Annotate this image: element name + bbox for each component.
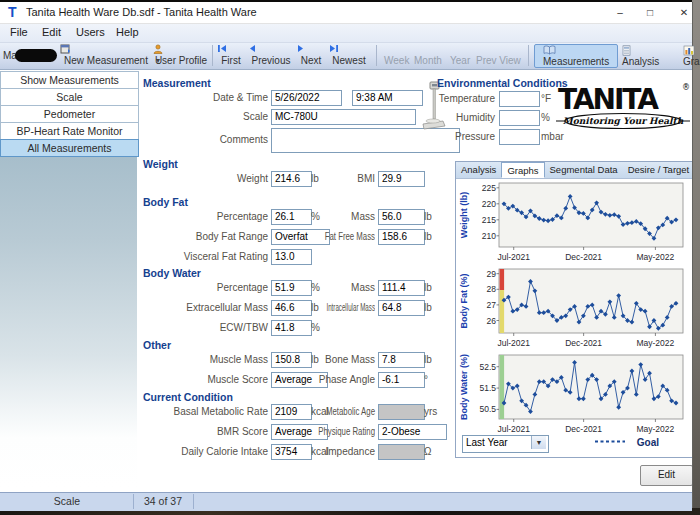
- intracellular-mass-input[interactable]: 64.8: [378, 300, 425, 316]
- svg-text:27: 27: [487, 300, 497, 310]
- time-input[interactable]: 9:38 AM: [352, 90, 423, 106]
- sidebar-header-show-measurements: Show Measurements: [0, 71, 139, 89]
- analysis-icon: [622, 45, 659, 56]
- minimize-button[interactable]: –: [608, 4, 632, 21]
- year-button[interactable]: Year: [450, 55, 470, 66]
- impedance-unit: Ω: [424, 446, 431, 457]
- svg-text:Jul-2021: Jul-2021: [497, 338, 530, 348]
- date-time-label: Date & Time: [140, 92, 268, 103]
- bmr-score-label: BMR Score: [140, 426, 268, 437]
- physique-rating-label: Physique Rating: [275, 426, 375, 437]
- impedance-input: [378, 444, 425, 460]
- basal-metabolic-rate-label: Basal Metabolic Rate: [140, 406, 268, 417]
- month-button[interactable]: Month: [414, 55, 442, 66]
- newest-record-button[interactable]: Newest: [328, 44, 370, 66]
- first-icon: [216, 44, 246, 55]
- body-fat-mass-input[interactable]: 56.0: [378, 209, 425, 225]
- window-title: Tanita Health Ware Db.sdf - Tanita Healt…: [26, 6, 257, 18]
- edit-button[interactable]: Edit: [640, 465, 692, 486]
- status-record-position: 34 of 37: [134, 495, 192, 507]
- bone-mass-input[interactable]: 7.8: [378, 352, 425, 368]
- graphs-icon: [683, 45, 700, 56]
- fat-free-mass-input[interactable]: 158.6: [378, 229, 425, 245]
- scale-input[interactable]: MC-780U: [271, 109, 416, 125]
- user-profile-icon: [153, 44, 209, 55]
- ecw-tbw-unit: %: [311, 322, 320, 333]
- temperature-unit: °F: [541, 93, 551, 104]
- status-mode: Scale: [2, 495, 132, 507]
- first-record-button[interactable]: First: [216, 44, 246, 66]
- section-title-body-water: Body Water: [143, 267, 201, 279]
- new-measurement-button[interactable]: New Measurement ▾: [60, 44, 152, 66]
- physique-rating-input[interactable]: 2-Obese: [378, 424, 447, 440]
- sidebar-item-scale[interactable]: Scale: [0, 88, 139, 106]
- svg-text:Jul-2021: Jul-2021: [497, 424, 530, 434]
- svg-text:215: 215: [482, 215, 496, 225]
- menu-edit[interactable]: Edit: [42, 26, 61, 38]
- menu-file[interactable]: File: [10, 26, 28, 38]
- svg-text:225: 225: [482, 183, 496, 193]
- svg-text:®: ®: [682, 83, 690, 92]
- sidebar-item-all-measurements[interactable]: All Measurements: [0, 139, 139, 157]
- humidity-input[interactable]: [499, 110, 540, 126]
- menu-help[interactable]: Help: [116, 26, 139, 38]
- phase-angle-input[interactable]: -6.1: [378, 372, 425, 388]
- sidebar-item-bp-heart-rate[interactable]: BP-Heart Rate Monitor: [0, 122, 139, 140]
- tab-desire-target[interactable]: Desire / Target: [623, 162, 692, 178]
- comments-input[interactable]: [271, 128, 460, 153]
- app-logo-icon: T: [8, 5, 22, 19]
- next-record-button[interactable]: Next: [296, 44, 326, 66]
- section-title-weight: Weight: [143, 158, 178, 170]
- sidebar-item-pedometer[interactable]: Pedometer: [0, 105, 139, 123]
- next-icon: [296, 44, 326, 55]
- ecw-tbw-input[interactable]: 41.8: [271, 320, 312, 336]
- body-water-mass-unit: lb: [424, 282, 432, 293]
- measurements-view-button[interactable]: Measurements: [534, 44, 618, 68]
- svg-text:May-2022: May-2022: [636, 338, 674, 348]
- screenshot-root: T Tanita Health Ware Db.sdf - Tanita Hea…: [0, 0, 700, 515]
- tab-segmental-data[interactable]: Segmental Data: [545, 162, 623, 178]
- pressure-input[interactable]: [499, 129, 540, 145]
- intracellular-mass-unit: lb: [424, 302, 432, 313]
- svg-text:Dec-2021: Dec-2021: [565, 252, 602, 262]
- tanita-logo: TANITA ® Monitoring Your Health: [556, 78, 692, 130]
- section-title-measurement: Measurement: [143, 77, 211, 89]
- temperature-input[interactable]: [499, 91, 540, 107]
- svg-text:29: 29: [487, 269, 497, 279]
- phase-angle-unit: °: [424, 374, 428, 385]
- menu-users[interactable]: Users: [76, 26, 105, 38]
- tab-analysis[interactable]: Analysis: [456, 162, 501, 178]
- close-button[interactable]: ✕: [672, 4, 696, 21]
- pressure-unit: mbar: [541, 131, 564, 142]
- svg-text:Jul-2021: Jul-2021: [497, 252, 530, 262]
- goal-legend-label: Goal: [637, 437, 659, 448]
- tanita-tagline: Monitoring Your Health: [563, 116, 684, 126]
- phase-angle-label: Phase Angle: [247, 374, 375, 385]
- body-water-trend-chart: 50.551.552.5Jul-2021Dec-2021May-2022Body…: [458, 352, 691, 438]
- date-input[interactable]: 5/26/2022: [271, 90, 342, 106]
- app-window: T Tanita Health Ware Db.sdf - Tanita Hea…: [0, 2, 693, 508]
- visceral-fat-input[interactable]: 13.0: [271, 249, 312, 265]
- analysis-view-button[interactable]: Analysis: [613, 44, 668, 68]
- combo-dropdown-icon[interactable]: ▼: [531, 436, 546, 449]
- bmi-label: BMI: [247, 173, 375, 184]
- section-title-body-fat: Body Fat: [143, 196, 188, 208]
- body-fat-mass-unit: lb: [424, 211, 432, 222]
- goal-legend-line: [595, 439, 625, 444]
- bmi-input[interactable]: 29.9: [378, 171, 425, 187]
- section-title-environmental: Environmental Conditions: [437, 77, 568, 89]
- graphs-view-button[interactable]: Graphs: [674, 44, 700, 68]
- user-profile-button[interactable]: User Profile: [153, 44, 209, 66]
- tab-graphs[interactable]: Graphs: [501, 162, 544, 178]
- humidity-label: Humidity: [437, 112, 495, 123]
- section-title-current-condition: Current Condition: [143, 391, 233, 403]
- humidity-unit: %: [541, 112, 550, 123]
- comments-label: Comments: [140, 134, 268, 145]
- bone-mass-label: Bone Mass: [247, 354, 375, 365]
- body-water-mass-input[interactable]: 111.4: [378, 280, 425, 296]
- week-button[interactable]: Week: [384, 55, 409, 66]
- maximize-button[interactable]: □: [638, 4, 662, 21]
- body-fat-range-label: Body Fat Range: [140, 231, 268, 242]
- previous-record-button[interactable]: Previous: [248, 44, 294, 66]
- prev-view-button[interactable]: Prev View: [476, 55, 521, 66]
